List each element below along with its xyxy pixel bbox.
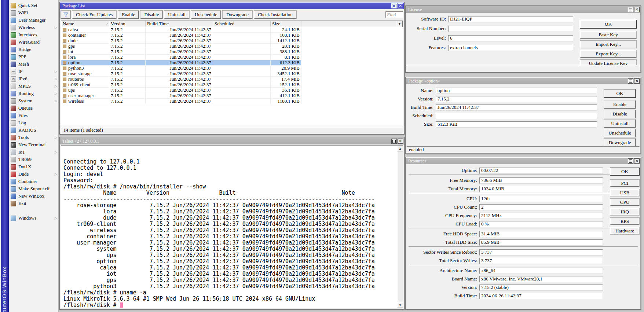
toolbar-button-check-installation[interactable]: Check Installation: [254, 11, 296, 19]
button-export-key[interactable]: Export Key...: [580, 50, 636, 58]
sidebar-item-wireless[interactable]: Wireless▷: [9, 24, 58, 31]
table-row-dude[interactable]: dude7.15.2Jun/26/2024 11:42:371412.1 KiB: [61, 38, 301, 44]
sidebar-item-system[interactable]: System▷: [9, 97, 58, 104]
table-row-user-manager[interactable]: user-manager7.15.2Jun/26/2024 11:42:3741…: [61, 93, 301, 99]
button-uninstall[interactable]: Uninstall: [604, 120, 636, 128]
column-header-version[interactable]: Version: [109, 21, 146, 27]
field-value-cpu-frequency[interactable]: 2112 MHz: [479, 213, 603, 219]
sidebar-item-tr069[interactable]: TR069: [9, 156, 58, 163]
column-header-build-time[interactable]: Build Time: [146, 21, 213, 27]
sidebar-item-tools[interactable]: Tools▷: [9, 134, 58, 141]
sidebar-item-new-winbox[interactable]: New WinBox: [9, 192, 58, 200]
field-value-total-sector-writes[interactable]: 3 737: [479, 258, 603, 264]
toolbar-button-uninstall[interactable]: Uninstall: [164, 11, 189, 19]
button-irq[interactable]: IRQ: [610, 208, 639, 215]
close-icon[interactable]: ×: [398, 139, 403, 144]
table-row-tr069-client[interactable]: tr069-client7.15.2Jun/26/2024 11:42:3715…: [61, 82, 301, 88]
find-input[interactable]: [385, 11, 403, 18]
sidebar-item-dude[interactable]: Dude▷: [9, 170, 58, 178]
package-list-titlebar[interactable]: Package List ×: [60, 3, 404, 9]
sidebar-item-mpls[interactable]: MPLS▷: [9, 82, 58, 90]
telnet-titlebar[interactable]: Telnet <2> 127.0.0.1 ×: [60, 138, 404, 144]
field-value-uptime[interactable]: 00:07:22: [479, 168, 603, 174]
table-row-wireless[interactable]: wireless7.15.2Jun/26/2024 11:42:371180.1…: [61, 99, 301, 104]
button-rps[interactable]: RPS: [610, 218, 639, 225]
table-row-calea[interactable]: calea7.15.2Jun/26/2024 11:42:3724.1 KiB: [61, 27, 301, 33]
field-value-architecture-name[interactable]: x86_64: [479, 268, 603, 274]
table-row-option[interactable]: option7.15.2Jun/26/2024 11:42:37612.3 Ki…: [61, 60, 301, 66]
button-unschedule[interactable]: Unschedule: [604, 129, 636, 137]
sidebar-item-queues[interactable]: Queues: [9, 104, 58, 112]
ok-button[interactable]: OK: [604, 89, 636, 98]
field-value-total-hdd-size[interactable]: 85.9 MiB: [479, 239, 603, 246]
table-row-container[interactable]: container7.15.2Jun/26/2024 11:42:37108.1…: [61, 33, 301, 38]
column-header-name[interactable]: Name∕: [61, 21, 109, 27]
button-cpu[interactable]: CPU: [610, 199, 639, 206]
package-option-titlebar[interactable]: Package <option> ×: [406, 78, 640, 84]
field-value-version[interactable]: 7.15.2 (stable): [479, 285, 603, 291]
field-value-name[interactable]: option: [436, 88, 597, 94]
sidebar-item-files[interactable]: Files: [9, 112, 58, 119]
field-value-build-time[interactable]: Jun/26/2024 11:42:37: [436, 104, 597, 111]
scroll-up-icon[interactable]: ▲: [397, 146, 403, 151]
restore-icon[interactable]: [628, 7, 633, 12]
field-value-free-hdd-space[interactable]: 31.4 MiB: [479, 231, 603, 237]
close-icon[interactable]: ×: [634, 158, 640, 164]
close-icon[interactable]: ×: [398, 3, 403, 8]
table-row-python3[interactable]: python37.15.2Jun/26/2024 11:42:3720.9 Mi…: [61, 66, 301, 71]
sidebar-item-log[interactable]: Log: [9, 119, 58, 126]
field-value-cpu-count[interactable]: 2: [479, 204, 603, 210]
sidebar-item-container[interactable]: Container: [9, 178, 58, 185]
ok-button[interactable]: OK: [610, 168, 639, 175]
table-row-gps[interactable]: gps7.15.2Jun/26/2024 11:42:3720.1 KiB: [61, 44, 301, 49]
field-value-build-time[interactable]: 2024-06-26 11:42:37: [479, 293, 603, 299]
field-value-version[interactable]: 7.15.2: [436, 96, 597, 102]
table-row-ups[interactable]: ups7.15.2Jun/26/2024 11:42:3736.1 KiB: [61, 88, 301, 93]
field-value-serial-number[interactable]: [448, 26, 573, 32]
field-value-level[interactable]: 6: [448, 35, 573, 41]
button-hardware[interactable]: Hardware: [610, 227, 639, 234]
field-value-cpu[interactable]: 12th: [479, 196, 603, 202]
sidebar-item-wireguard[interactable]: WireGuard: [9, 38, 58, 46]
restore-icon[interactable]: [628, 78, 633, 84]
field-value-features[interactable]: extra-channels: [448, 45, 573, 51]
restore-icon[interactable]: [391, 3, 397, 8]
field-value-board-name[interactable]: x86 VMware, Inc. VMware20,1: [479, 276, 603, 282]
sidebar-item-wifi[interactable]: WiFi: [9, 9, 58, 16]
resources-titlebar[interactable]: Resources ×: [406, 158, 640, 164]
sidebar-item-ppp[interactable]: PPP: [9, 53, 58, 60]
field-value-software-id[interactable]: DJ21-EIQP: [448, 16, 573, 22]
terminal-area[interactable]: Connecting to 127.0.0.1 Connected to 127…: [61, 145, 403, 308]
toolbar-button-check-for-updates[interactable]: Check For Updates: [72, 11, 116, 19]
table-row-iot[interactable]: iot7.15.2Jun/26/2024 11:42:37388.1 KiB: [61, 49, 301, 55]
table-row-routeros[interactable]: routeros7.15.2Jun/26/2024 11:42:3717.4 M…: [61, 77, 301, 82]
sidebar-item-routing[interactable]: Routing▷: [9, 90, 58, 97]
sidebar-item-quick-set[interactable]: Quick Set: [9, 2, 58, 9]
toolbar-button-enable[interactable]: Enable: [118, 11, 139, 19]
close-icon[interactable]: ×: [634, 78, 640, 84]
field-value-size[interactable]: 612.3 KiB: [436, 121, 597, 128]
sidebar-item-user-manager[interactable]: User Manager: [9, 16, 58, 24]
column-header-scheduled[interactable]: Scheduled: [213, 21, 271, 27]
field-value-free-memory[interactable]: 736.6 MiB: [479, 177, 603, 184]
sidebar-item-ip[interactable]: 255IP▷: [9, 68, 58, 75]
toolbar-button-downgrade[interactable]: Downgrade: [223, 11, 252, 19]
table-row-rose-storage[interactable]: rose-storage7.15.2Jun/26/2024 11:42:3734…: [61, 71, 301, 77]
sidebar-item-ipv6[interactable]: v6IPv6▷: [9, 75, 58, 82]
button-paste-key[interactable]: Paste Key: [580, 31, 636, 38]
column-header-size[interactable]: Size: [271, 21, 301, 27]
terminal-output[interactable]: Connecting to 127.0.0.1 Connected to 127…: [63, 146, 375, 308]
sidebar-item-exit[interactable]: Exit: [9, 200, 58, 207]
terminal-scrollbar[interactable]: ▲ ▼: [397, 146, 403, 308]
restore-icon[interactable]: [628, 158, 633, 164]
field-value-scheduled[interactable]: [436, 113, 597, 119]
filter-icon[interactable]: [61, 11, 70, 19]
column-select-dropdown-icon[interactable]: ▼: [396, 21, 403, 27]
field-value-total-memory[interactable]: 1024.0 MiB: [479, 186, 603, 192]
toolbar-button-unschedule[interactable]: Unschedule: [191, 11, 221, 19]
restore-icon[interactable]: [391, 139, 397, 144]
button-pci[interactable]: PCI: [610, 180, 639, 187]
button-disable[interactable]: Disable: [604, 110, 636, 118]
button-downgrade[interactable]: Downgrade: [604, 139, 636, 147]
sidebar-item-make-supout-rif[interactable]: Make Supout.rif: [9, 185, 58, 192]
